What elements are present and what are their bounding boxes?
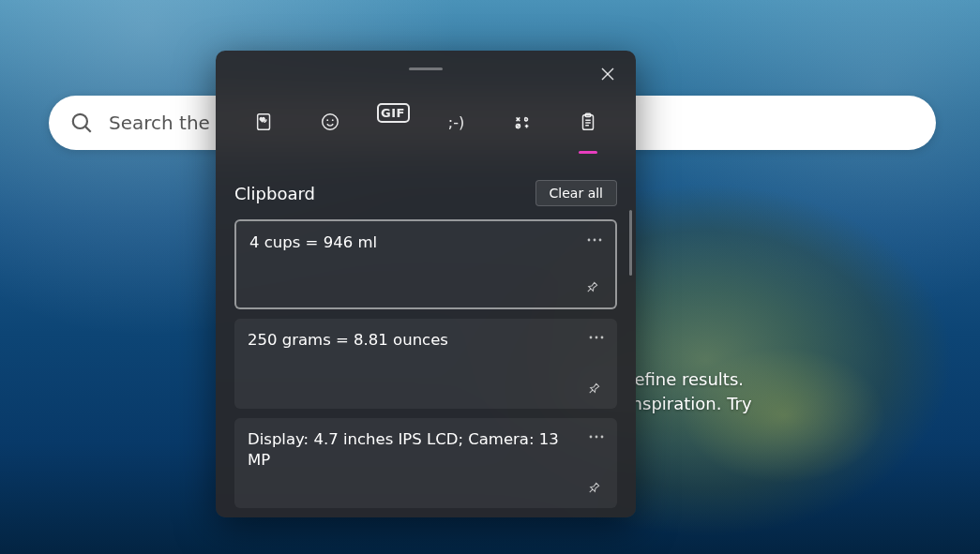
svg-point-23 — [596, 337, 598, 339]
svg-point-27 — [596, 436, 598, 439]
item-more-button[interactable] — [585, 231, 604, 249]
clipboard-item-text: Display: 4.7 inches IPS LCD; Camera: 13 … — [248, 429, 604, 472]
clipboard-item-list: 4 cups = 946 ml 250 gr — [234, 219, 617, 508]
svg-line-21 — [588, 289, 591, 292]
section-header: Clipboard Clear all — [234, 180, 617, 206]
clipboard-item[interactable]: Display: 4.7 inches IPS LCD; Camera: 13 … — [234, 418, 617, 508]
svg-point-18 — [588, 239, 591, 242]
svg-line-25 — [590, 390, 593, 393]
emoji-clipboard-panel: GIF ;-) Clipboard Clear all — [216, 51, 636, 517]
pin-icon — [583, 478, 605, 500]
tab-clipboard[interactable] — [569, 103, 607, 141]
recent-icon — [254, 112, 275, 132]
tab-kaomoji[interactable]: ;-) — [438, 103, 475, 141]
svg-point-5 — [326, 119, 328, 121]
more-icon — [589, 336, 604, 339]
item-more-button[interactable] — [587, 328, 606, 347]
tab-gif[interactable]: GIF — [377, 103, 410, 123]
clipboard-item[interactable]: 250 grams = 8.81 ounces — [234, 319, 617, 409]
svg-point-6 — [331, 119, 333, 121]
clipboard-item-text: 4 cups = 946 ml — [249, 232, 602, 253]
svg-point-19 — [594, 239, 596, 242]
pin-icon — [581, 277, 603, 299]
panel-category-tabs: GIF ;-) — [216, 96, 636, 154]
clear-all-button[interactable]: Clear all — [535, 180, 617, 206]
item-pin-button[interactable] — [581, 277, 602, 298]
clipboard-item-text: 250 grams = 8.81 ounces — [248, 330, 604, 351]
svg-line-1 — [85, 127, 91, 132]
svg-point-4 — [322, 114, 338, 130]
close-icon — [601, 67, 614, 81]
tab-emoji[interactable] — [311, 103, 349, 141]
svg-point-20 — [599, 239, 602, 242]
panel-body: Clipboard Clear all 4 cups = 946 ml — [216, 163, 636, 517]
search-icon — [69, 111, 94, 135]
clipboard-icon — [578, 112, 598, 132]
pin-icon — [583, 379, 605, 400]
svg-point-26 — [590, 436, 593, 439]
more-icon — [587, 238, 602, 242]
item-more-button[interactable] — [587, 427, 606, 446]
more-icon — [589, 435, 604, 439]
svg-point-24 — [601, 337, 604, 339]
svg-point-0 — [73, 114, 87, 128]
search-placeholder: Search the w — [109, 112, 232, 134]
tab-symbols[interactable] — [504, 103, 541, 141]
panel-drag-handle[interactable] — [409, 67, 443, 70]
emoji-icon — [320, 112, 340, 132]
clipboard-item[interactable]: 4 cups = 946 ml — [234, 219, 617, 309]
item-pin-button[interactable] — [583, 478, 604, 499]
svg-point-28 — [601, 436, 604, 439]
close-button[interactable] — [594, 60, 622, 88]
svg-line-29 — [590, 489, 593, 492]
svg-point-22 — [590, 337, 593, 339]
symbols-icon — [512, 112, 533, 132]
scrollbar-thumb[interactable] — [629, 210, 632, 276]
section-title: Clipboard — [234, 184, 315, 203]
item-pin-button[interactable] — [583, 379, 604, 399]
tab-recent[interactable] — [246, 103, 283, 141]
